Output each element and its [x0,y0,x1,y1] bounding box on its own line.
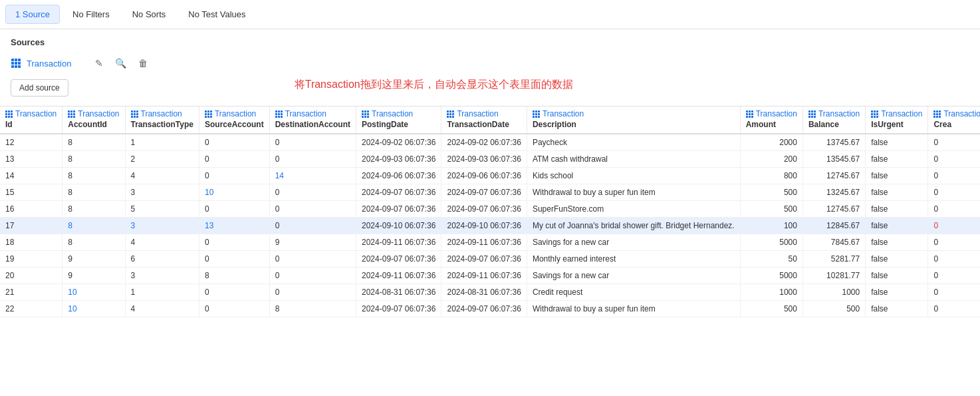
cell-Crea: 0 [928,151,980,168]
tab-testvalues[interactable]: No Test Values [178,5,255,24]
cell-PostingDate: 2024-08-31 06:07:36 [356,284,441,301]
cell-Amount: 5000 [740,268,802,284]
col-header-top-PostingDate: Transaction [356,106,441,118]
delete-source-button[interactable]: 🗑 [136,57,150,70]
col-header-label-Crea: Transaction [943,109,980,118]
cell-AccountId: 9 [62,268,125,284]
cell-AccountId: 8 [62,218,125,234]
data-table: TransactionTransactionTransactionTransac… [0,106,980,317]
cell-PostingDate: 2024-09-07 06:07:36 [356,184,441,201]
cell-SourceAccount: 0 [199,284,269,301]
col-header-label-Amount: Transaction [756,109,797,118]
cell-AccountId: 8 [62,234,125,251]
cell-Amount: 500 [740,201,802,218]
table-row: 1281002024-09-02 06:07:362024-09-02 06:0… [0,134,980,151]
cell-Amount: 800 [740,168,802,184]
cell-Balance: 13745.67 [802,134,865,151]
cell-Id: 13 [0,151,62,168]
table-row: 2093802024-09-11 06:07:362024-09-11 06:0… [0,268,980,284]
cell-Id: 14 [0,168,62,184]
col-field-Balance: Balance [802,118,865,134]
cell-Description: Kids school [527,168,740,184]
cell-PostingDate: 2024-09-07 06:07:36 [356,301,441,317]
source-actions: ✎ 🔍 🗑 [92,57,150,70]
cell-TransactionType: 1 [125,134,199,151]
cell-SourceAccount: 8 [199,268,269,284]
top-tabs-bar: 1 SourceNo FiltersNo SortsNo Test Values [0,0,980,29]
cell-Crea: 0 [928,218,980,234]
cell-DestinationAccount: 0 [269,151,356,168]
cell-PostingDate: 2024-09-03 06:07:36 [356,151,441,168]
cell-SourceAccount: 10 [199,184,269,201]
cell-DestinationAccount: 0 [269,134,356,151]
table-row: 14840142024-09-06 06:07:362024-09-06 06:… [0,168,980,184]
cell-TransactionType: 4 [125,234,199,251]
cell-SourceAccount: 0 [199,168,269,184]
tab-source[interactable]: 1 Source [5,5,60,24]
cell-TransactionType: 4 [125,168,199,184]
col-field-SourceAccount: SourceAccount [199,118,269,134]
col-header-label-TransactionType: Transaction [141,109,182,118]
add-source-button[interactable]: Add source [11,79,68,97]
cell-SourceAccount: 13 [199,218,269,234]
col-header-label-TransactionDate: Transaction [457,109,498,118]
cell-AccountId: 8 [62,151,125,168]
col-grid-icon-Crea [933,110,941,118]
cell-IsUrgent: false [866,251,928,268]
cell-Id: 22 [0,301,62,317]
source-name: Transaction [27,59,71,69]
cell-Id: 20 [0,268,62,284]
col-header-top-Balance: Transaction [802,106,865,118]
cell-SourceAccount: 0 [199,251,269,268]
cell-DestinationAccount: 0 [269,201,356,218]
cell-PostingDate: 2024-09-07 06:07:36 [356,251,441,268]
cell-IsUrgent: false [866,201,928,218]
cell-AccountId: 10 [62,301,125,317]
cell-TransactionType: 5 [125,201,199,218]
cell-DestinationAccount: 0 [269,184,356,201]
cell-SourceAccount: 0 [199,234,269,251]
cell-DestinationAccount: 0 [269,218,356,234]
col-field-PostingDate: PostingDate [356,118,441,134]
cell-Amount: 1000 [740,284,802,301]
table-row: 15831002024-09-07 06:07:362024-09-07 06:… [0,184,980,201]
col-grid-icon-IsUrgent [871,110,878,118]
cell-PostingDate: 2024-09-10 06:07:36 [356,218,441,234]
cell-IsUrgent: false [866,168,928,184]
col-header-label-IsUrgent: Transaction [881,109,922,118]
cell-Crea: 0 [928,201,980,218]
col-header-top-Amount: Transaction [740,106,802,118]
edit-source-button[interactable]: ✎ [92,57,106,70]
tab-filters[interactable]: No Filters [62,5,120,24]
col-field-Crea: Crea [928,118,980,134]
col-grid-icon-Description [533,110,540,118]
cell-Amount: 200 [740,151,802,168]
table-row: 1685002024-09-07 06:07:362024-09-07 06:0… [0,201,980,218]
cell-SourceAccount: 0 [199,201,269,218]
cell-Balance: 5281.77 [802,251,865,268]
cell-TransactionType: 6 [125,251,199,268]
table-row: 1996002024-09-07 06:07:362024-09-07 06:0… [0,251,980,268]
source-item: Transaction ✎ 🔍 🗑 [11,54,969,73]
cell-Amount: 100 [740,218,802,234]
col-field-Description: Description [527,118,740,134]
cell-Amount: 2000 [740,134,802,151]
cell-Amount: 50 [740,251,802,268]
cell-Balance: 7845.67 [802,234,865,251]
cell-Description: My cut of Joanna's bridal shower gift. B… [527,218,740,234]
col-grid-icon-Amount [746,110,753,118]
cell-Description: Savings for a new car [527,268,740,284]
tab-sorts[interactable]: No Sorts [122,5,176,24]
search-source-button[interactable]: 🔍 [112,57,129,70]
cell-Amount: 500 [740,184,802,201]
col-grid-icon-PostingDate [362,110,369,118]
cell-Balance: 12845.67 [802,218,865,234]
cell-TransactionType: 2 [125,151,199,168]
col-field-Amount: Amount [740,118,802,134]
cell-DestinationAccount: 8 [269,301,356,317]
cell-TransactionType: 1 [125,284,199,301]
col-field-IsUrgent: IsUrgent [866,118,928,134]
col-header-top-Description: Transaction [527,106,740,118]
cell-Description: Withdrawal to buy a super fun item [527,184,740,201]
cell-Balance: 13245.67 [802,184,865,201]
